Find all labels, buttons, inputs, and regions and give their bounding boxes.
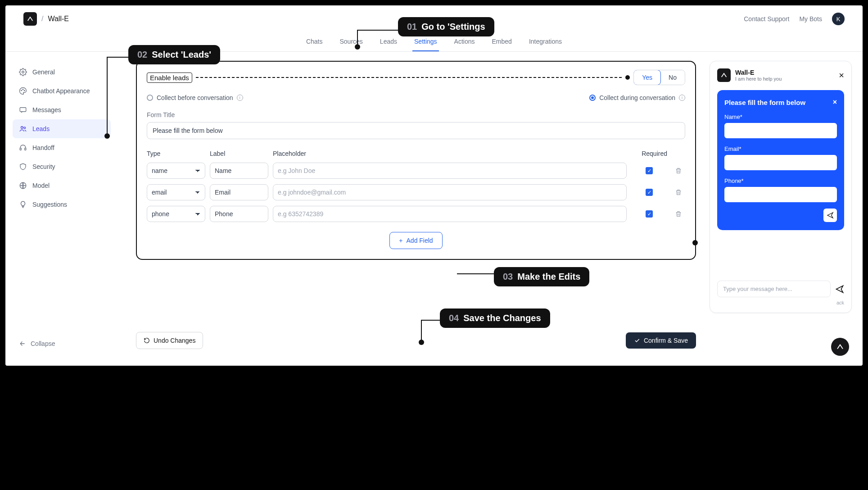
sidebar-item-label: Model bbox=[32, 182, 50, 189]
field-required-checkbox[interactable]: ✓ bbox=[646, 210, 653, 218]
sidebar-item-security[interactable]: Security bbox=[13, 157, 111, 176]
user-avatar[interactable]: K bbox=[832, 13, 845, 25]
radio-icon bbox=[589, 95, 596, 101]
chat-launcher-button[interactable] bbox=[831, 338, 849, 356]
contact-support-link[interactable]: Contact Support bbox=[744, 15, 789, 23]
preview-message-input[interactable]: Type your message here... bbox=[717, 281, 831, 297]
preview-logo-icon bbox=[717, 68, 731, 82]
undo-changes-button[interactable]: Undo Changes bbox=[136, 332, 203, 349]
tab-integrations[interactable]: Integrations bbox=[527, 32, 564, 51]
connector-line bbox=[457, 273, 495, 274]
connector-line bbox=[107, 57, 129, 58]
preview-send-button[interactable] bbox=[835, 285, 844, 294]
col-type-header: Type bbox=[147, 150, 205, 157]
field-label-input[interactable] bbox=[210, 163, 268, 179]
gear-icon bbox=[19, 68, 27, 76]
info-icon[interactable]: i bbox=[237, 95, 243, 101]
field-label-input[interactable] bbox=[210, 184, 268, 200]
tab-embed[interactable]: Embed bbox=[490, 32, 514, 51]
collect-before-radio[interactable]: Collect before conversation i bbox=[147, 94, 243, 101]
form-title-label: Form Title bbox=[147, 111, 685, 118]
field-row: name ✓ bbox=[147, 163, 685, 179]
confirm-save-button[interactable]: Confirm & Save bbox=[626, 332, 696, 349]
delete-field-button[interactable] bbox=[672, 210, 685, 218]
tab-leads[interactable]: Leads bbox=[378, 32, 399, 51]
callout-step-4: 04 Save the Changes bbox=[440, 309, 550, 328]
sidebar-item-label: Security bbox=[32, 163, 55, 170]
bubble-name-input[interactable] bbox=[724, 123, 837, 138]
palette-icon bbox=[19, 87, 27, 95]
delete-field-button[interactable] bbox=[672, 167, 685, 174]
field-type-select[interactable]: phone bbox=[147, 206, 205, 222]
field-required-checkbox[interactable]: ✓ bbox=[646, 167, 653, 174]
sidebar-item-label: Messages bbox=[32, 106, 61, 113]
sidebar-item-leads[interactable]: Leads bbox=[13, 119, 111, 138]
breadcrumb-separator: / bbox=[41, 15, 43, 23]
enable-leads-label: Enable leads bbox=[147, 73, 192, 83]
connector-dot bbox=[419, 340, 424, 345]
headset-icon bbox=[19, 144, 27, 152]
svg-point-6 bbox=[24, 127, 26, 129]
sidebar-item-label: Handoff bbox=[32, 144, 54, 151]
bubble-close-button[interactable]: × bbox=[833, 98, 837, 106]
sidebar-item-model[interactable]: Model bbox=[13, 176, 111, 195]
refresh-icon bbox=[144, 337, 150, 344]
callout-number: 02 bbox=[137, 50, 147, 60]
add-field-button[interactable]: + Add Field bbox=[389, 232, 442, 249]
svg-rect-7 bbox=[20, 148, 21, 150]
radio-label: Collect before conversation bbox=[157, 94, 233, 101]
svg-point-0 bbox=[22, 71, 24, 73]
callout-dot bbox=[692, 240, 698, 245]
preview-close-button[interactable]: × bbox=[839, 70, 844, 81]
field-placeholder-input[interactable] bbox=[273, 206, 627, 222]
callout-text: Go to 'Settings bbox=[421, 22, 485, 32]
bubble-send-button[interactable] bbox=[823, 209, 837, 222]
field-placeholder-input[interactable] bbox=[273, 163, 627, 179]
my-bots-link[interactable]: My Bots bbox=[799, 15, 822, 23]
collapse-sidebar-button[interactable]: Collapse bbox=[13, 336, 111, 352]
field-required-checkbox[interactable]: ✓ bbox=[646, 189, 653, 196]
col-placeholder-header: Placeholder bbox=[273, 150, 627, 157]
connector-line bbox=[357, 30, 358, 46]
connector-dot bbox=[355, 44, 360, 50]
collect-during-radio[interactable]: Collect during conversation i bbox=[589, 94, 685, 101]
delete-field-button[interactable] bbox=[672, 189, 685, 196]
form-title-input[interactable] bbox=[147, 122, 685, 139]
field-type-select[interactable]: name bbox=[147, 163, 205, 179]
check-icon bbox=[634, 337, 640, 344]
field-placeholder-input[interactable] bbox=[273, 184, 627, 200]
tab-chats[interactable]: Chats bbox=[304, 32, 325, 51]
collapse-label: Collapse bbox=[31, 340, 55, 347]
callout-step-1: 01 Go to 'Settings bbox=[398, 17, 494, 36]
callout-number: 04 bbox=[449, 313, 459, 323]
preview-bot-title: Wall-E bbox=[735, 69, 782, 76]
sidebar-item-handoff[interactable]: Handoff bbox=[13, 138, 111, 157]
sidebar-item-suggestions[interactable]: Suggestions bbox=[13, 195, 111, 214]
svg-point-5 bbox=[21, 127, 23, 129]
chat-icon bbox=[19, 106, 27, 114]
callout-number: 01 bbox=[407, 22, 417, 32]
bubble-email-input[interactable] bbox=[724, 155, 837, 170]
callout-text: Make the Edits bbox=[517, 272, 580, 282]
connector-line bbox=[107, 57, 108, 136]
enable-yes-button[interactable]: Yes bbox=[633, 70, 661, 85]
info-icon[interactable]: i bbox=[679, 95, 685, 101]
chat-preview-panel: Wall-E I am here to help you × Please fi… bbox=[705, 52, 863, 363]
sidebar-item-general[interactable]: General bbox=[13, 63, 111, 82]
sidebar-item-label: Suggestions bbox=[32, 201, 67, 208]
callout-step-3: 03 Make the Edits bbox=[494, 267, 589, 286]
bubble-phone-input[interactable] bbox=[724, 187, 837, 202]
plus-icon: + bbox=[399, 237, 402, 244]
svg-point-1 bbox=[21, 90, 22, 91]
sidebar-item-label: Chatbot Appearance bbox=[32, 87, 90, 95]
enable-no-button[interactable]: No bbox=[660, 70, 685, 85]
shield-icon bbox=[19, 163, 27, 171]
connector-line bbox=[421, 320, 441, 321]
sidebar-item-messages[interactable]: Messages bbox=[13, 100, 111, 119]
sidebar-item-appearance[interactable]: Chatbot Appearance bbox=[13, 82, 111, 100]
field-label-input[interactable] bbox=[210, 206, 268, 222]
callout-number: 03 bbox=[503, 272, 513, 282]
globe-icon bbox=[19, 181, 27, 190]
field-type-select[interactable]: email bbox=[147, 184, 205, 200]
tab-sources[interactable]: Sources bbox=[338, 32, 365, 51]
